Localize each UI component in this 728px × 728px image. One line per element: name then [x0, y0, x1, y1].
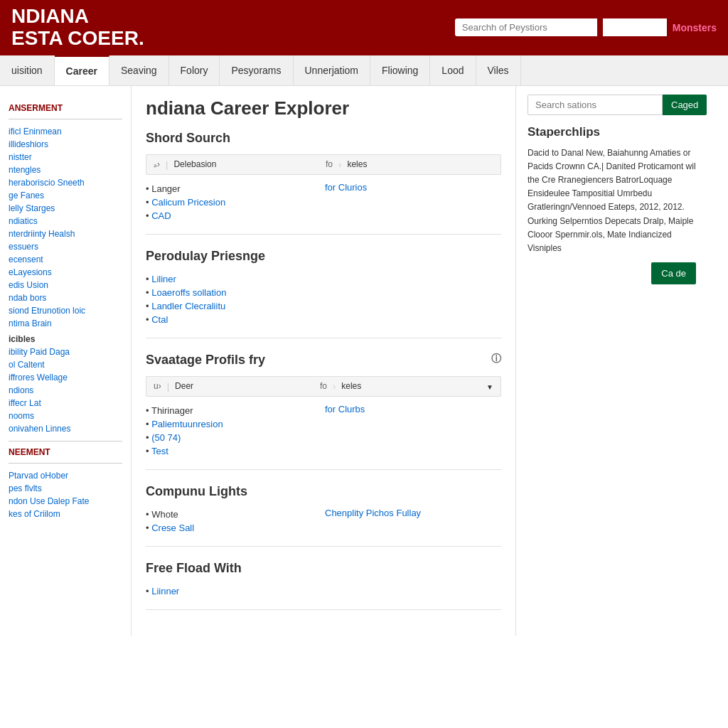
- nav-item-viles[interactable]: Viles: [476, 55, 521, 85]
- page-title: ndiana Career Explorer: [146, 97, 501, 119]
- nav-item-fliowing[interactable]: Fliowing: [370, 55, 430, 85]
- sidebar-item-1[interactable]: illideshiors: [9, 138, 122, 151]
- sidebar-item-10[interactable]: ecensent: [9, 253, 122, 266]
- right-panel-text: Dacid to Danal New, Baiahunng Amaties or…: [528, 146, 696, 256]
- list-item: Test: [146, 444, 322, 458]
- bullet-list-0: Langer Calicum Pricesion CAD: [146, 182, 322, 223]
- sidebar-item-12[interactable]: edis Usion: [9, 279, 122, 291]
- sidebar-bold-label: icibles: [9, 334, 122, 344]
- section-link-2[interactable]: for Clurbs: [325, 404, 365, 414]
- section-link-3[interactable]: Chenplity Pichos Fullay: [325, 508, 421, 518]
- sidebar-item-b3[interactable]: ndions: [9, 384, 122, 397]
- nav-item-career[interactable]: Career: [55, 55, 109, 85]
- list-item: (50 74): [146, 431, 322, 444]
- sidebar-item-b0[interactable]: ibility Paid Daga: [9, 346, 122, 358]
- nav-item-uisition[interactable]: uisition: [0, 55, 55, 85]
- sidebar-item-11[interactable]: eLayesions: [9, 266, 122, 279]
- sidebar-item-c2[interactable]: ndon Use Dalep Fate: [9, 495, 122, 508]
- section-link-0[interactable]: for Clurios: [325, 182, 367, 193]
- header-search-input[interactable]: [455, 18, 597, 36]
- right-search-input[interactable]: [528, 95, 663, 115]
- bullet-col-left-3: Whote Crese Sall: [146, 508, 322, 535]
- navigation: uisition Career Seaving Folory Pesyorams…: [0, 55, 728, 86]
- section-perodulay: Perodulay Priesnge Liliner Loaeroffs sol…: [146, 249, 501, 338]
- section-title-0: Shord Sourch: [146, 131, 501, 146]
- sidebar-item-c3[interactable]: kes of Criilom: [9, 508, 122, 520]
- right-search-button[interactable]: Caged: [663, 95, 707, 115]
- nav-item-folory[interactable]: Folory: [169, 55, 220, 85]
- nav-item-seaving[interactable]: Seaving: [109, 55, 169, 85]
- right-panel-title: Staperchlips: [528, 125, 696, 139]
- bullet-col-right-3: Chenplity Pichos Fullay: [325, 508, 501, 535]
- list-item: Liinner: [146, 584, 501, 598]
- section-title-2: Svaatage Profils fry ⓘ: [146, 353, 501, 368]
- section-svaatage: Svaatage Profils fry ⓘ u› | Deer fo › ke…: [146, 353, 501, 470]
- bullet-list-4: Liinner: [146, 584, 501, 598]
- header-select[interactable]: Og ▼: [603, 18, 667, 36]
- sidebar-item-b4[interactable]: iffecr Lat: [9, 397, 122, 410]
- nav-item-lood[interactable]: Lood: [430, 55, 476, 85]
- main-content: ndiana Career Explorer Shord Sourch ₐ› |…: [132, 86, 515, 636]
- sidebar-item-2[interactable]: nistter: [9, 151, 122, 164]
- bullet-col-left-0: Langer Calicum Pricesion CAD: [146, 182, 322, 223]
- sidebar-item-b2[interactable]: iffrores Wellage: [9, 371, 122, 384]
- filter-label-2a: u›: [154, 381, 161, 391]
- bullet-grid-3: Whote Crese Sall Chenplity Pichos Fullay: [146, 508, 501, 535]
- sidebar-item-7[interactable]: ndiatics: [9, 215, 122, 228]
- filter-value-2a: Deer: [175, 381, 314, 391]
- filter-label-0: ₐ›: [154, 159, 160, 169]
- bullet-col-left-2: Thirinager Paliemtuunresion (50 74) Test: [146, 404, 322, 458]
- list-item: Crese Sall: [146, 521, 322, 535]
- filter-value-1: keles: [347, 159, 493, 169]
- sidebar-item-14[interactable]: siond Etrunotion loic: [9, 304, 122, 317]
- sidebar: ANSERMENT ificl Eninmean illideshiors ni…: [0, 86, 132, 636]
- bullet-grid-0: Langer Calicum Pricesion CAD for Clurios: [146, 182, 501, 223]
- list-item: Langer: [146, 182, 322, 196]
- sidebar-item-6[interactable]: lelly Starges: [9, 202, 122, 215]
- list-item: Loaeroffs sollation: [146, 286, 501, 299]
- sidebar-item-8[interactable]: nterdriinty Healsh: [9, 228, 122, 240]
- sidebar-item-3[interactable]: ntengles: [9, 164, 122, 176]
- logo: NDIANA ESTA COEER.: [11, 6, 144, 50]
- sidebar-section-title-3: NEEMENT: [9, 447, 122, 457]
- header-right: Og ▼ Monsters: [455, 18, 717, 36]
- section-compunu: Compunu Lights Whote Crese Sall Chenplit…: [146, 484, 501, 547]
- bullet-list-2: Thirinager Paliemtuunresion (50 74) Test: [146, 404, 322, 458]
- sidebar-item-0[interactable]: ificl Eninmean: [9, 125, 122, 138]
- main-layout: ANSERMENT ificl Eninmean illideshiors ni…: [0, 86, 728, 636]
- list-item: Liliner: [146, 272, 501, 286]
- list-item: Paliemtuunresion: [146, 417, 322, 431]
- sidebar-item-b1[interactable]: ol Caltent: [9, 358, 122, 371]
- info-icon[interactable]: ⓘ: [491, 353, 501, 365]
- nav-item-pesyorams[interactable]: Pesyorams: [220, 55, 293, 85]
- section-short-sourch: Shord Sourch ₐ› | Delebasion fo › keles …: [146, 131, 501, 235]
- list-item: Calicum Pricesion: [146, 196, 322, 209]
- sidebar-item-b6[interactable]: onivahen Linnes: [9, 422, 122, 435]
- bullet-col-right-2: for Clurbs: [325, 404, 501, 458]
- list-item: CAD: [146, 209, 322, 223]
- sidebar-item-15[interactable]: ntima Brain: [9, 317, 122, 330]
- header: NDIANA ESTA COEER. Og ▼ Monsters: [0, 0, 728, 55]
- bullet-grid-2: Thirinager Paliemtuunresion (50 74) Test…: [146, 404, 501, 458]
- bullet-col-right-0: for Clurios: [325, 182, 501, 223]
- filter-value-2b: keles: [341, 381, 481, 391]
- filter-row-0: ₐ› | Delebasion fo › keles: [146, 154, 501, 175]
- dropdown-arrow-icon[interactable]: [486, 381, 493, 392]
- section-title-1: Perodulay Priesnge: [146, 249, 501, 264]
- list-item: Thirinager: [146, 404, 322, 417]
- right-search-bar: Caged: [528, 95, 696, 115]
- filter-row-2: u› | Deer fo › keles: [146, 376, 501, 397]
- sidebar-item-4[interactable]: heraboriscio Sneeth: [9, 176, 122, 189]
- list-item: Ctal: [146, 313, 501, 326]
- nav-item-unnerjatiom[interactable]: Unnerjatiom: [294, 55, 370, 85]
- sidebar-item-c1[interactable]: pes flvlts: [9, 482, 122, 495]
- sidebar-item-b5[interactable]: nooms: [9, 410, 122, 422]
- sidebar-item-9[interactable]: essuers: [9, 240, 122, 253]
- section-free-fload: Free Fload With Liinner: [146, 561, 501, 610]
- monsters-link[interactable]: Monsters: [673, 22, 717, 33]
- section-title-3: Compunu Lights: [146, 484, 501, 499]
- sidebar-item-5[interactable]: ge Fanes: [9, 189, 122, 202]
- sidebar-item-c0[interactable]: Ptarvad oHober: [9, 469, 122, 482]
- right-panel-action-button[interactable]: Ca de: [651, 262, 696, 284]
- sidebar-item-13[interactable]: ndab bors: [9, 291, 122, 304]
